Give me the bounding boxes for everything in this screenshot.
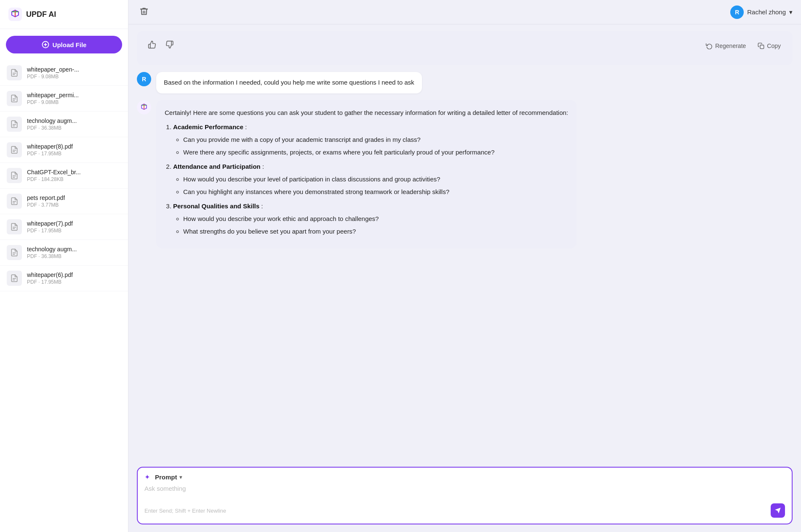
file-info: whitepaper_permi... PDF · 9.08MB [27,92,79,105]
ai-bullets-list: How would you describe your level of par… [173,174,568,197]
ai-section-item: Attendance and Participation :How would … [173,162,568,197]
app-title: UPDF AI [26,10,56,19]
ai-message: Certainly! Here are some questions you c… [137,100,577,248]
regenerate-button[interactable]: Regenerate [702,41,749,51]
input-area: ✦ Prompt ▾ Enter Send; Shift + Enter New… [128,461,801,532]
file-info: whitepaper(7).pdf PDF · 17.95MB [27,220,73,234]
input-bottom-row: Enter Send; Shift + Enter Newline [144,503,785,518]
document-icon [10,223,19,231]
sparkle-icon: ✦ [144,473,150,481]
file-name: whitepaper_permi... [27,92,79,98]
file-icon [7,194,22,209]
input-hint: Enter Send; Shift + Enter Newline [144,508,226,514]
document-icon [10,274,19,282]
chat-input[interactable] [144,485,785,500]
copy-button[interactable]: Copy [754,41,784,51]
send-icon [774,507,781,514]
file-meta: PDF · 17.95MB [27,151,73,157]
main-header: R Rachel zhong ▾ [128,0,801,24]
ai-bullet-item: How would you describe your work ethic a… [183,214,568,224]
file-meta: PDF · 9.08MB [27,99,79,105]
document-icon [10,171,19,180]
prompt-chevron-icon: ▾ [179,474,182,480]
file-info: pets report.pdf PDF · 3.77MB [27,194,65,208]
sidebar: UPDF AI Upload File whitepaper_open-... … [0,0,128,532]
file-name: whitepaper(7).pdf [27,220,73,227]
file-icon [7,142,22,157]
file-icon [7,271,22,286]
ai-bullets-list: How would you describe your work ethic a… [173,214,568,237]
file-meta: PDF · 9.08MB [27,74,79,80]
app-logo [8,8,22,21]
document-icon [10,146,19,154]
user-name: Rachel zhong [747,8,786,16]
file-icon [7,91,22,106]
feedback-row: Regenerate Copy [145,39,784,53]
chevron-down-icon: ▾ [789,8,793,16]
list-item[interactable]: ChatGPT-Excel_br... PDF · 184.28KB [0,163,128,189]
list-item[interactable]: whitepaper_permi... PDF · 9.08MB [0,86,128,112]
user-bubble: Based on the information I needed, could… [156,72,422,93]
list-item[interactable]: whitepaper(8).pdf PDF · 17.95MB [0,137,128,163]
file-name: ChatGPT-Excel_br... [27,169,81,176]
list-item[interactable]: pets report.pdf PDF · 3.77MB [0,189,128,214]
thumbs-up-button[interactable] [145,39,159,53]
copy-label: Copy [767,43,781,49]
upload-file-button[interactable]: Upload File [6,36,122,53]
file-name: pets report.pdf [27,194,65,201]
regenerate-icon [706,43,713,49]
ai-bullet-item: What strengths do you believe set you ap… [183,226,568,237]
document-icon [10,197,19,205]
list-item[interactable]: whitepaper_open-... PDF · 9.08MB [0,60,128,86]
avatar: R [730,5,744,19]
list-item[interactable]: whitepaper(7).pdf PDF · 17.95MB [0,214,128,240]
ai-response-feedback-block: Regenerate Copy [137,31,793,65]
ai-avatar [137,100,151,114]
thumbs-down-icon [166,40,174,49]
ai-bubble: Certainly! Here are some questions you c… [156,100,577,248]
file-meta: PDF · 184.28KB [27,176,81,182]
file-icon [7,117,22,132]
ai-bullet-item: Can you provide me with a copy of your a… [183,135,568,145]
list-item[interactable]: whitepaper(6).pdf PDF · 17.95MB [0,266,128,291]
user-info[interactable]: R Rachel zhong ▾ [730,5,793,19]
thumbs-down-button[interactable] [163,39,176,53]
main-content: R Rachel zhong ▾ [128,0,801,532]
action-buttons: Regenerate Copy [702,41,784,51]
user-message: R Based on the information I needed, cou… [137,72,422,93]
ai-bullet-item: How would you describe your level of par… [183,174,568,184]
file-info: technology augm... PDF · 36.38MB [27,117,77,131]
ai-bullet-item: Can you highlight any instances where yo… [183,187,568,197]
svg-rect-22 [760,45,764,49]
file-name: technology augm... [27,117,77,124]
list-item[interactable]: technology augm... PDF · 36.38MB [0,240,128,266]
document-icon [10,69,19,77]
ai-response-intro: Certainly! Here are some questions you c… [165,108,568,118]
delete-button[interactable] [137,4,151,20]
document-icon [10,120,19,128]
list-item[interactable]: technology augm... PDF · 36.38MB [0,112,128,137]
prompt-label-text: Prompt [155,473,177,481]
sidebar-header: UPDF AI [0,0,128,29]
document-icon [10,94,19,103]
file-name: technology augm... [27,246,77,253]
file-name: whitepaper_open-... [27,66,79,73]
file-meta: PDF · 36.38MB [27,253,77,259]
trash-icon [139,7,149,16]
chat-area: Regenerate Copy R Based on the [128,24,801,461]
input-box: ✦ Prompt ▾ Enter Send; Shift + Enter New… [137,467,793,524]
file-icon [7,245,22,260]
ai-sections-list: Academic Performance :Can you provide me… [165,122,568,237]
file-icon [7,168,22,183]
copy-icon [758,43,764,49]
send-button[interactable] [771,503,785,518]
input-top-row: ✦ Prompt ▾ [144,473,785,481]
file-name: whitepaper(8).pdf [27,143,73,150]
file-info: technology augm... PDF · 36.38MB [27,246,77,259]
regenerate-label: Regenerate [715,43,746,49]
prompt-label-button[interactable]: Prompt ▾ [152,473,184,481]
upload-icon [42,41,49,48]
feedback-buttons [145,39,176,53]
file-name: whitepaper(6).pdf [27,271,73,278]
file-info: whitepaper_open-... PDF · 9.08MB [27,66,79,80]
